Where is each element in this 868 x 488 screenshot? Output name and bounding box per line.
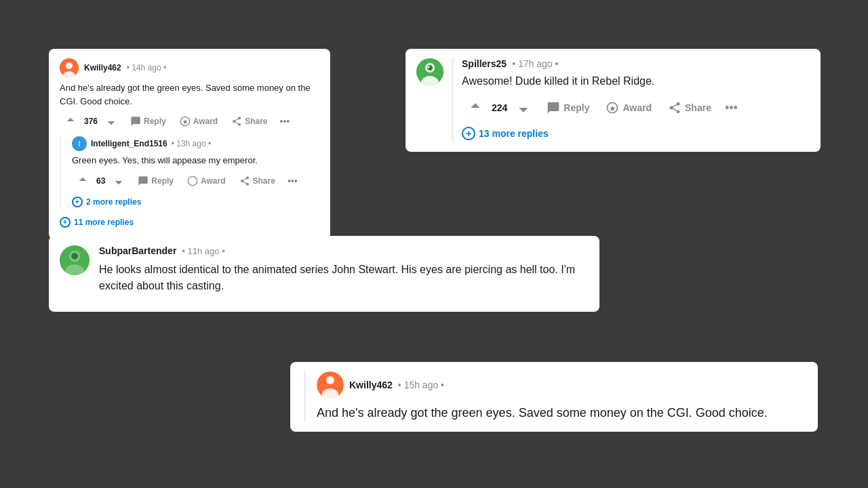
vote-count-2: 224: [492, 102, 507, 113]
avatar-kwilly462: [60, 58, 79, 77]
username-4: Kwilly462: [349, 380, 393, 390]
reply-timestamp: • 13h ago •: [172, 139, 211, 148]
reply-vote-section: 63: [72, 173, 130, 189]
award-btn-2[interactable]: Award: [599, 98, 658, 118]
card4-header: Kwilly462 • 15h ago •: [317, 371, 807, 399]
comment-card-2: Spillers25 • 17h ago • Awesome! Dude kil…: [406, 49, 821, 152]
card4-inner: Kwilly462 • 15h ago • And he's already g…: [304, 371, 807, 422]
reply-header: I Intelligent_End1516 • 13h ago •: [72, 136, 319, 151]
card3-header: SubparBartender • 11h ago •: [99, 245, 589, 256]
svg-point-1: [66, 62, 73, 69]
card2-content: Spillers25 • 17h ago • Awesome! Dude kil…: [452, 58, 810, 142]
reply-text: Green eyes. Yes, this will appease my em…: [72, 154, 319, 167]
reply-downvote-btn[interactable]: [108, 173, 130, 189]
avatar-kwilly462-4: [317, 371, 344, 399]
reply-item-1: I Intelligent_End1516 • 13h ago • Green …: [72, 136, 319, 189]
username-2: Spillers25: [462, 58, 507, 69]
comment-card-3: SubparBartender • 11h ago • He looks alm…: [49, 236, 599, 312]
card3-content: SubparBartender • 11h ago • He looks alm…: [99, 245, 589, 302]
action-bar-2: 224 Reply Award Sh: [462, 98, 810, 118]
share-btn-2[interactable]: Share: [661, 98, 718, 118]
vote-section-1: 376: [60, 113, 122, 129]
timestamp-2: • 17h ago •: [512, 58, 558, 69]
card4-left-border: [304, 371, 306, 422]
more-replies-icon-2: +: [462, 127, 475, 140]
timestamp-4: • 15h ago •: [398, 380, 444, 390]
card4-content: Kwilly462 • 15h ago • And he's already g…: [317, 371, 807, 422]
username-1: Kwilly462: [84, 63, 121, 73]
reply-vote-count: 63: [96, 176, 105, 186]
reply-thread-1: I Intelligent_End1516 • 13h ago • Green …: [60, 136, 319, 209]
comment-card-1: Kwilly462 • 14h ago • And he's already g…: [49, 49, 330, 239]
avatar-subpar: [60, 245, 90, 275]
upvote-btn-1[interactable]: [60, 113, 81, 129]
action-bar-1: 376 Reply Award Share •••: [60, 113, 319, 129]
timestamp-1: • 14h ago •: [127, 63, 166, 73]
downvote-btn-1[interactable]: [100, 113, 122, 129]
reply-username: Intelligent_End1516: [91, 139, 167, 148]
reply-action-bar: 63 Reply Award Share •••: [72, 173, 319, 189]
reply-more-options[interactable]: •••: [283, 173, 302, 189]
reply-upvote-btn[interactable]: [72, 173, 94, 189]
comment-text-3: He looks almost identical to the animate…: [99, 262, 589, 294]
reply-reply-btn[interactable]: Reply: [132, 173, 179, 189]
upvote-btn-2[interactable]: [462, 98, 489, 118]
svg-point-9: [428, 66, 430, 68]
vote-section-2: 224: [462, 98, 537, 118]
more-replies-icon-1a: +: [72, 197, 83, 207]
card2-left-border: Spillers25 • 17h ago • Awesome! Dude kil…: [452, 58, 810, 142]
vote-count-1: 376: [84, 117, 98, 126]
username-3: SubparBartender: [99, 245, 176, 256]
reply-btn-1[interactable]: Reply: [125, 113, 172, 129]
award-btn-1[interactable]: Award: [174, 113, 223, 129]
timestamp-3: • 11h ago •: [182, 246, 224, 256]
comment-text-1: And he's already got the green eyes. Sav…: [60, 81, 319, 108]
more-options-2[interactable]: •••: [721, 98, 742, 118]
more-options-1[interactable]: •••: [276, 113, 294, 129]
downvote-btn-2[interactable]: [510, 98, 537, 118]
comment-text-2: Awesome! Dude killed it in Rebel Ridge.: [462, 73, 810, 89]
share-btn-1[interactable]: Share: [226, 113, 273, 129]
reply-award-btn[interactable]: Award: [182, 173, 231, 189]
reply-btn-2[interactable]: Reply: [540, 98, 596, 118]
comment-header-1: Kwilly462 • 14h ago •: [60, 58, 319, 77]
comment-header-2: Spillers25 • 17h ago •: [462, 58, 810, 69]
more-replies-2[interactable]: + 13 more replies: [462, 125, 810, 142]
comment-card-4: Kwilly462 • 15h ago • And he's already g…: [290, 362, 818, 432]
avatar-intelligent: I: [72, 136, 87, 151]
avatar-spillers25: [416, 58, 443, 85]
svg-point-16: [326, 376, 334, 384]
svg-point-13: [71, 253, 78, 260]
svg-point-4: [188, 176, 197, 185]
more-replies-1a[interactable]: + 2 more replies: [72, 195, 319, 209]
more-replies-icon-1b: +: [60, 217, 71, 228]
reply-share-btn[interactable]: Share: [234, 173, 281, 189]
comment-text-4: And he's already got the green eyes. Sav…: [317, 404, 807, 422]
more-replies-1b[interactable]: + 11 more replies: [60, 215, 319, 230]
